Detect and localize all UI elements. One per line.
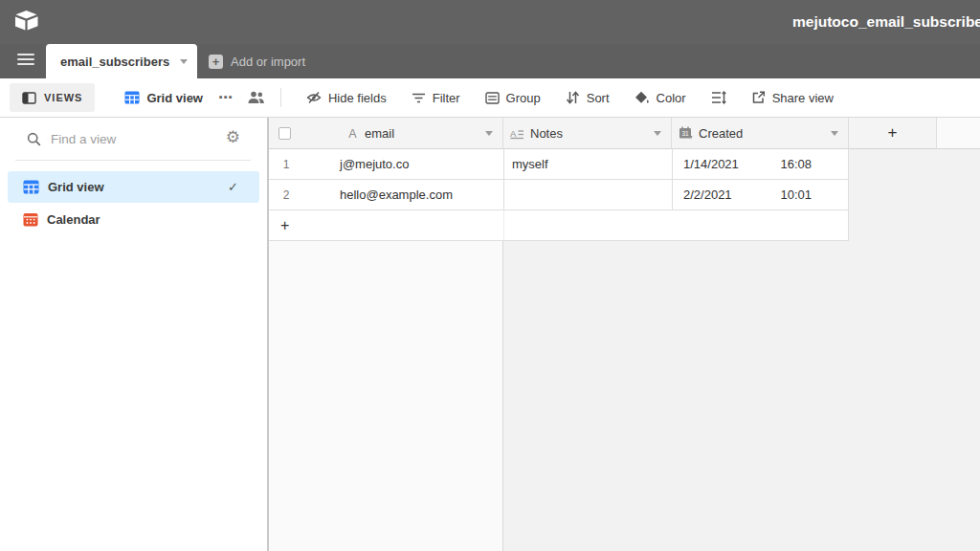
row-number: 1 [269,149,303,179]
table-tab-bar: email_subscribers + Add or import [0,44,980,78]
view-toolbar: VIEWS Grid view ⋯ Hide fields [0,78,980,118]
grid-area: A email A Notes 31 Create [269,118,980,551]
chevron-down-icon[interactable] [180,59,188,64]
svg-text:31: 31 [681,130,689,137]
calendar-view-icon [23,212,38,227]
group-button[interactable]: Group [485,91,541,105]
svg-text:A: A [348,127,357,140]
cell-created[interactable]: 2/2/2021 10:01 [672,180,849,209]
hamburger-menu-icon[interactable] [17,54,34,67]
created-date: 2/2/2021 [683,187,732,202]
cell-notes[interactable] [503,180,672,209]
toolbar-divider [280,88,281,107]
add-field-button[interactable]: + [849,118,937,149]
select-all-checkbox[interactable] [278,127,291,140]
sort-arrows-icon [566,91,580,104]
created-date: 1/14/2021 [683,157,739,171]
sidebar-divider [15,160,251,161]
plus-icon: + [280,217,289,234]
row-height-button[interactable] [711,91,726,104]
plus-icon: + [209,55,223,69]
find-view-row: ⚙ [0,118,267,160]
column-header-created[interactable]: 31 Created [672,118,849,149]
long-text-field-icon: A [510,127,524,140]
views-sidebar: ⚙ Grid view ✓ Calendar [0,118,269,551]
created-time-field-icon: 31 [679,126,693,140]
header-filler [937,118,980,149]
cell-email[interactable]: j@mejuto.co [336,149,503,179]
add-row-button[interactable]: + [269,210,849,241]
check-icon: ✓ [228,180,238,194]
sort-button[interactable]: Sort [566,91,610,105]
add-row-divider [503,210,504,240]
tab-label: email_subscribers [60,55,180,69]
eye-slash-icon [306,91,322,104]
sidebar-item-calendar[interactable]: Calendar [8,204,259,235]
find-view-input[interactable] [51,132,204,146]
svg-text:A: A [510,127,517,138]
search-icon [27,132,41,146]
created-time: 16:08 [780,157,812,171]
filter-button[interactable]: Filter [412,91,460,105]
color-button[interactable]: Color [635,91,686,105]
cell-created[interactable]: 1/14/2021 16:08 [672,149,849,179]
view-name: Grid view [146,91,203,105]
add-or-import-button[interactable]: + Add or import [209,44,305,78]
column-header-notes[interactable]: A Notes [503,118,672,149]
share-icon [751,91,766,104]
current-view-button[interactable]: Grid view [124,91,203,105]
column-menu-caret-icon[interactable] [654,131,661,136]
table-row[interactable]: 1 j@mejuto.co myself 1/14/2021 16:08 [269,149,849,180]
created-time: 10:01 [780,187,812,202]
grid-background-band [269,241,503,551]
airtable-logo-icon[interactable] [13,10,39,33]
tab-email-subscribers[interactable]: email_subscribers [46,44,197,78]
cell-notes[interactable]: myself [503,149,672,179]
row-height-icon [711,91,726,104]
base-title: mejutoco_email_subscribers [792,0,980,44]
views-toggle-button[interactable]: VIEWS [10,83,95,112]
collaborators-icon[interactable] [247,91,265,104]
share-view-button[interactable]: Share view [751,91,834,105]
group-icon [485,92,500,104]
side-panel-icon [22,92,36,104]
table-row[interactable]: 2 hello@example.com 2/2/2021 10:01 [269,180,849,210]
single-line-text-field-icon: A [346,127,359,140]
filter-funnel-icon [412,92,426,104]
grid-view-icon [124,91,140,104]
column-header-email[interactable]: A email [269,118,503,149]
row-number: 2 [269,180,303,209]
column-menu-caret-icon[interactable] [485,131,493,136]
cell-email[interactable]: hello@example.com [336,180,503,209]
column-menu-caret-icon[interactable] [831,131,838,136]
view-options-menu-button[interactable]: ⋯ [218,89,234,106]
paint-bucket-icon [635,91,650,104]
gear-icon[interactable]: ⚙ [226,128,240,147]
sidebar-item-grid-view[interactable]: Grid view ✓ [8,171,259,203]
grid-view-icon [23,180,39,194]
top-bar: mejutoco_email_subscribers [0,0,980,44]
hide-fields-button[interactable]: Hide fields [306,91,387,105]
